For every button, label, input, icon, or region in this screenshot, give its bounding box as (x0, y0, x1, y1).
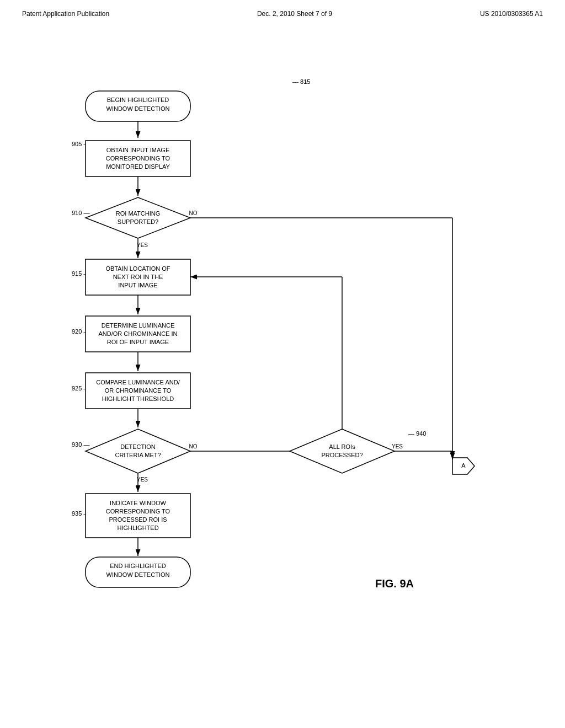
end-text-1: END HIGHLIGHTED (110, 563, 166, 569)
label-940: — 940 (408, 430, 426, 437)
end-text-2: WINDOW DETECTION (106, 571, 170, 578)
begin-text-2: WINDOW DETECTION (106, 105, 170, 112)
step915-text-3: INPUT IMAGE (118, 282, 157, 288)
header-center: Dec. 2, 2010 Sheet 7 of 9 (257, 10, 332, 18)
step925-text-1: COMPARE LUMINANCE AND/ (96, 379, 180, 386)
no-930: NO (189, 443, 198, 449)
step935-text-1: INDICATE WINDOW (110, 500, 166, 506)
step920-text-2: AND/OR CHROMINANCE IN (98, 330, 177, 337)
ref-815-label: — 815 (292, 78, 310, 85)
fig-label: FIG. 9A (375, 577, 414, 590)
step925-text-2: OR CHROMINANCE TO (105, 387, 172, 394)
step920-text-3: ROI OF INPUT IMAGE (107, 339, 169, 345)
step935-text-4: HIGHLIGHTED (117, 524, 158, 531)
step935-text-2: CORRESPONDING TO (106, 508, 170, 515)
header-left: Patent Application Publication (22, 10, 109, 18)
flowchart-svg: — 815 BEGIN HIGHLIGHTED WINDOW DETECTION… (0, 33, 565, 728)
diamond940-text-1: ALL ROIs (329, 443, 355, 450)
page-header: Patent Application Publication Dec. 2, 2… (0, 0, 565, 23)
step935-text-3: PROCESSED ROI IS (109, 516, 167, 523)
label-930: 930 — (72, 441, 89, 448)
yes-940: YES (392, 443, 403, 449)
step905-text-2: CORRESPONDING TO (106, 155, 170, 162)
step920-text-1: DETERMINE LUMINANCE (102, 322, 175, 329)
diamond910-text-1: ROI MATCHING (116, 210, 160, 217)
diagram-container: — 815 BEGIN HIGHLIGHTED WINDOW DETECTION… (0, 33, 565, 728)
step925-text-3: HIGHLIGHT THRESHOLD (102, 395, 174, 402)
begin-text-1: BEGIN HIGHLIGHTED (107, 97, 169, 103)
step905-text-1: OBTAIN INPUT IMAGE (106, 147, 170, 153)
step905-text-3: MONITORED DISPLAY (106, 163, 170, 170)
header-right: US 2010/0303365 A1 (480, 10, 543, 18)
yes-910: YES (137, 242, 148, 248)
diamond930-text-1: DETECTION (120, 443, 156, 450)
label-910: 910 — (72, 210, 89, 216)
connector-a-text: A (461, 462, 466, 469)
diamond910-text-2: SUPPORTED? (118, 218, 158, 225)
step915-text-1: OBTAIN LOCATION OF (106, 265, 170, 272)
yes-930: YES (137, 477, 148, 483)
step915-text-2: NEXT ROI IN THE (113, 274, 163, 280)
no-910: NO (189, 210, 198, 216)
diamond940-text-2: PROCESSED? (321, 452, 363, 458)
diamond930-text-2: CRITERIA MET? (115, 452, 161, 458)
